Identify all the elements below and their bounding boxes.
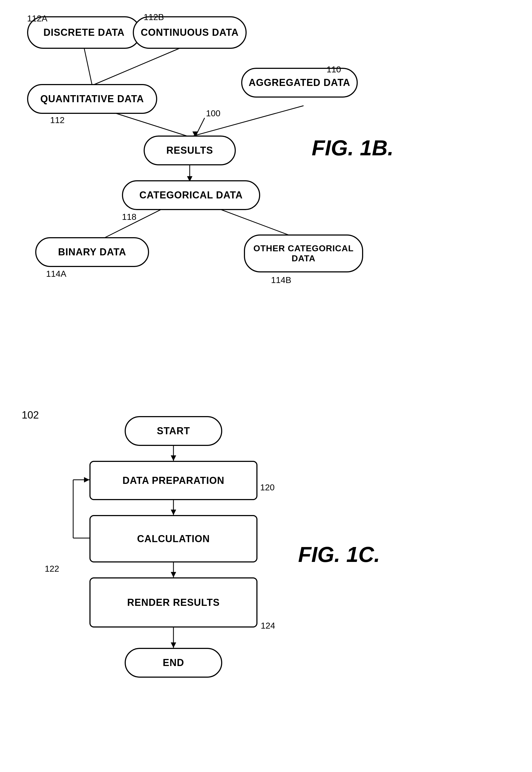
svg-line-0 xyxy=(84,47,92,85)
data-preparation-label: DATA PREPARATION xyxy=(122,475,224,486)
svg-line-4 xyxy=(195,118,205,137)
calculation-node: CALCULATION xyxy=(89,515,257,562)
data-preparation-ref: 120 xyxy=(260,483,275,493)
binary-data-ref: 114A xyxy=(46,269,66,279)
other-categorical-data-label: OTHER CATEGORICAL DATA xyxy=(248,243,359,263)
start-label: START xyxy=(157,425,190,437)
svg-line-8 xyxy=(103,206,168,239)
fig1c-ref: 102 xyxy=(22,409,39,421)
aggregated-data-label: AGGREGATED DATA xyxy=(249,77,350,88)
start-node: START xyxy=(125,416,222,446)
quantitative-data-label: QUANTITATIVE DATA xyxy=(40,93,144,105)
other-categorical-data-node: OTHER CATEGORICAL DATA xyxy=(244,234,363,272)
data-preparation-node: DATA PREPARATION xyxy=(89,461,257,500)
binary-data-label: BINARY DATA xyxy=(58,246,126,258)
svg-marker-15 xyxy=(171,572,176,577)
categorical-data-label: CATEGORICAL DATA xyxy=(139,189,243,201)
results-label: RESULTS xyxy=(166,145,213,156)
fig1c-title: FIG. 1C. xyxy=(298,542,380,567)
render-results-ref: 124 xyxy=(261,621,275,631)
diagram-container: DISCRETE DATA 112A CONTINUOUS DATA 112B … xyxy=(0,0,532,772)
svg-marker-13 xyxy=(171,510,176,515)
svg-line-1 xyxy=(92,47,182,85)
calculation-ref: 122 xyxy=(45,564,59,574)
discrete-data-ref: 112A xyxy=(27,14,47,24)
aggregated-data-ref: 110 xyxy=(327,65,341,75)
quantitative-data-node: QUANTITATIVE DATA xyxy=(27,84,157,114)
svg-marker-17 xyxy=(171,642,176,648)
other-categorical-data-ref: 114B xyxy=(271,275,291,285)
connector-lines xyxy=(0,0,532,772)
categorical-data-ref: 118 xyxy=(122,212,136,222)
results-ref: 100 xyxy=(206,108,220,118)
end-node: END xyxy=(125,648,222,678)
end-label: END xyxy=(163,657,184,668)
binary-data-node: BINARY DATA xyxy=(35,237,149,267)
categorical-data-node: CATEGORICAL DATA xyxy=(122,180,260,210)
continuous-data-label: CONTINUOUS DATA xyxy=(141,27,239,38)
svg-marker-11 xyxy=(171,455,176,461)
render-results-node: RENDER RESULTS xyxy=(89,577,257,628)
render-results-label: RENDER RESULTS xyxy=(127,597,220,608)
discrete-data-label: DISCRETE DATA xyxy=(43,27,125,38)
calculation-label: CALCULATION xyxy=(137,533,210,545)
svg-marker-21 xyxy=(84,477,89,483)
quantitative-data-ref: 112 xyxy=(50,115,65,125)
continuous-data-ref: 112B xyxy=(144,12,164,22)
results-node: RESULTS xyxy=(144,136,236,165)
fig1b-title: FIG. 1B. xyxy=(312,136,394,160)
svg-line-9 xyxy=(211,206,298,239)
